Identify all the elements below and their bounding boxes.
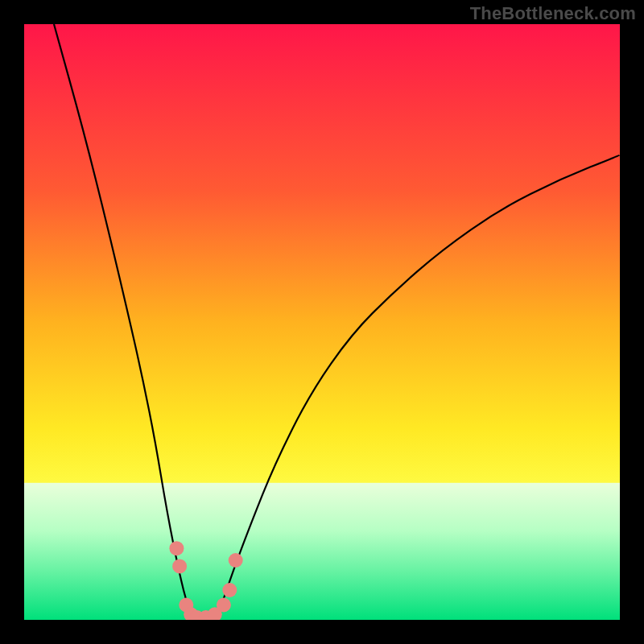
- plot-area: [24, 24, 620, 620]
- watermark-text: TheBottleneck.com: [470, 3, 636, 24]
- marker-dot: [172, 559, 187, 573]
- chart-svg: [24, 24, 620, 620]
- marker-dot: [217, 598, 231, 613]
- marker-dot: [229, 553, 243, 568]
- green-band: [24, 483, 620, 620]
- marker-dot: [169, 541, 184, 555]
- marker-dot: [222, 583, 237, 597]
- chart-frame: TheBottleneck.com: [0, 0, 644, 644]
